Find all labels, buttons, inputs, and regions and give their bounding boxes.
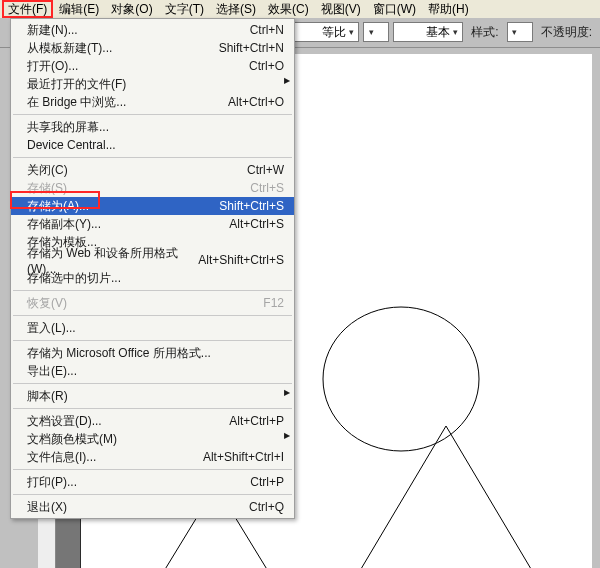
menu-item[interactable]: 存储为(A)...Shift+Ctrl+S: [11, 197, 294, 215]
menu-item[interactable]: 最近打开的文件(F): [11, 75, 294, 93]
menu-item-shortcut: Ctrl+Q: [249, 500, 284, 514]
opacity-label: 不透明度:: [537, 24, 596, 41]
menu-item-label: 共享我的屏幕...: [27, 119, 284, 136]
menubar-item-file[interactable]: 文件(F): [2, 0, 53, 18]
chevron-down-icon: ▾: [510, 23, 520, 41]
menu-separator: [13, 157, 292, 158]
menu-item-label: 打开(O)...: [27, 58, 249, 75]
menu-item-label: 存储(S): [27, 180, 250, 197]
menu-item-label: 文件信息(I)...: [27, 449, 203, 466]
menu-separator: [13, 315, 292, 316]
menu-item[interactable]: 导出(E)...: [11, 362, 294, 380]
menu-item-shortcut: Ctrl+P: [250, 475, 284, 489]
menu-item-label: 存储选中的切片...: [27, 270, 284, 287]
menu-item[interactable]: 置入(L)...: [11, 319, 294, 337]
menu-item-shortcut: Alt+Shift+Ctrl+I: [203, 450, 284, 464]
menu-item[interactable]: Device Central...: [11, 136, 294, 154]
chevron-down-icon: ▾: [366, 23, 376, 41]
menu-item-label: 存储为(A)...: [27, 198, 219, 215]
menu-item[interactable]: 脚本(R): [11, 387, 294, 405]
menu-item-label: 存储为 Microsoft Office 所用格式...: [27, 345, 284, 362]
menu-item-shortcut: Ctrl+S: [250, 181, 284, 195]
menu-item-label: 新建(N)...: [27, 22, 250, 39]
menu-item-shortcut: Alt+Ctrl+S: [229, 217, 284, 231]
menu-item[interactable]: 文档设置(D)...Alt+Ctrl+P: [11, 412, 294, 430]
menubar-item-edit[interactable]: 编辑(E): [53, 0, 105, 19]
menubar: 文件(F) 编辑(E) 对象(O) 文字(T) 选择(S) 效果(C) 视图(V…: [0, 0, 600, 18]
menu-separator: [13, 290, 292, 291]
menu-item-label: 脚本(R): [27, 388, 284, 405]
menu-separator: [13, 340, 292, 341]
menu-item-shortcut: Alt+Shift+Ctrl+S: [198, 253, 284, 267]
menu-item-shortcut: Alt+Ctrl+P: [229, 414, 284, 428]
menu-item[interactable]: 存储为 Web 和设备所用格式(W)...Alt+Shift+Ctrl+S: [11, 251, 294, 269]
combo-small-2[interactable]: ▾: [363, 22, 389, 42]
menu-item-label: 关闭(C): [27, 162, 247, 179]
menu-item-shortcut: Shift+Ctrl+S: [219, 199, 284, 213]
menu-item-shortcut: Ctrl+N: [250, 23, 284, 37]
menu-item-shortcut: F12: [263, 296, 284, 310]
combo-style[interactable]: ▾: [507, 22, 533, 42]
menu-separator: [13, 469, 292, 470]
menu-item-label: 导出(E)...: [27, 363, 284, 380]
menubar-item-select[interactable]: 选择(S): [210, 0, 262, 19]
triangle-shape-large[interactable]: [356, 424, 536, 568]
menu-item: 恢复(V)F12: [11, 294, 294, 312]
chevron-down-icon: ▾: [346, 23, 356, 41]
menu-item-shortcut: Shift+Ctrl+N: [219, 41, 284, 55]
menubar-item-text[interactable]: 文字(T): [159, 0, 210, 19]
menu-item: 存储(S)Ctrl+S: [11, 179, 294, 197]
menu-item-shortcut: Alt+Ctrl+O: [228, 95, 284, 109]
menu-item[interactable]: 存储副本(Y)...Alt+Ctrl+S: [11, 215, 294, 233]
menu-item-label: 文档颜色模式(M): [27, 431, 284, 448]
menubar-item-view[interactable]: 视图(V): [315, 0, 367, 19]
menu-separator: [13, 383, 292, 384]
menu-item[interactable]: 文件信息(I)...Alt+Shift+Ctrl+I: [11, 448, 294, 466]
menu-item-label: Device Central...: [27, 138, 284, 152]
menu-separator: [13, 114, 292, 115]
menu-item[interactable]: 存储选中的切片...: [11, 269, 294, 287]
style-label: 样式:: [467, 24, 502, 41]
menu-item-label: 存储副本(Y)...: [27, 216, 229, 233]
menu-item[interactable]: 从模板新建(T)...Shift+Ctrl+N: [11, 39, 294, 57]
combo-basic-label: 基本: [426, 24, 450, 41]
chevron-down-icon: ▾: [450, 23, 460, 41]
menu-item-label: 打印(P)...: [27, 474, 250, 491]
menu-item[interactable]: 关闭(C)Ctrl+W: [11, 161, 294, 179]
menu-item-label: 从模板新建(T)...: [27, 40, 219, 57]
menu-separator: [13, 408, 292, 409]
menu-item-label: 退出(X): [27, 499, 249, 516]
menu-item-label: 恢复(V): [27, 295, 263, 312]
menu-item-shortcut: Ctrl+W: [247, 163, 284, 177]
menu-item[interactable]: 打印(P)...Ctrl+P: [11, 473, 294, 491]
menu-item-label: 文档设置(D)...: [27, 413, 229, 430]
menubar-item-effect[interactable]: 效果(C): [262, 0, 315, 19]
menu-item[interactable]: 共享我的屏幕...: [11, 118, 294, 136]
menu-item[interactable]: 打开(O)...Ctrl+O: [11, 57, 294, 75]
menu-separator: [13, 494, 292, 495]
menu-item[interactable]: 新建(N)...Ctrl+N: [11, 21, 294, 39]
menu-item[interactable]: 存储为 Microsoft Office 所用格式...: [11, 344, 294, 362]
combo-ratio[interactable]: 等比▾: [289, 22, 359, 42]
menu-item-label: 最近打开的文件(F): [27, 76, 284, 93]
menu-item-shortcut: Ctrl+O: [249, 59, 284, 73]
combo-basic[interactable]: 基本▾: [393, 22, 463, 42]
svg-marker-1: [358, 426, 534, 568]
menu-item[interactable]: 退出(X)Ctrl+Q: [11, 498, 294, 516]
combo-ratio-label: 等比: [322, 24, 346, 41]
menubar-item-window[interactable]: 窗口(W): [367, 0, 422, 19]
menubar-item-object[interactable]: 对象(O): [105, 0, 158, 19]
menubar-item-help[interactable]: 帮助(H): [422, 0, 475, 19]
menu-item-label: 置入(L)...: [27, 320, 284, 337]
menu-item-label: 在 Bridge 中浏览...: [27, 94, 228, 111]
menu-item[interactable]: 文档颜色模式(M): [11, 430, 294, 448]
file-menu-dropdown: 新建(N)...Ctrl+N从模板新建(T)...Shift+Ctrl+N打开(…: [10, 18, 295, 519]
menu-item[interactable]: 在 Bridge 中浏览...Alt+Ctrl+O: [11, 93, 294, 111]
